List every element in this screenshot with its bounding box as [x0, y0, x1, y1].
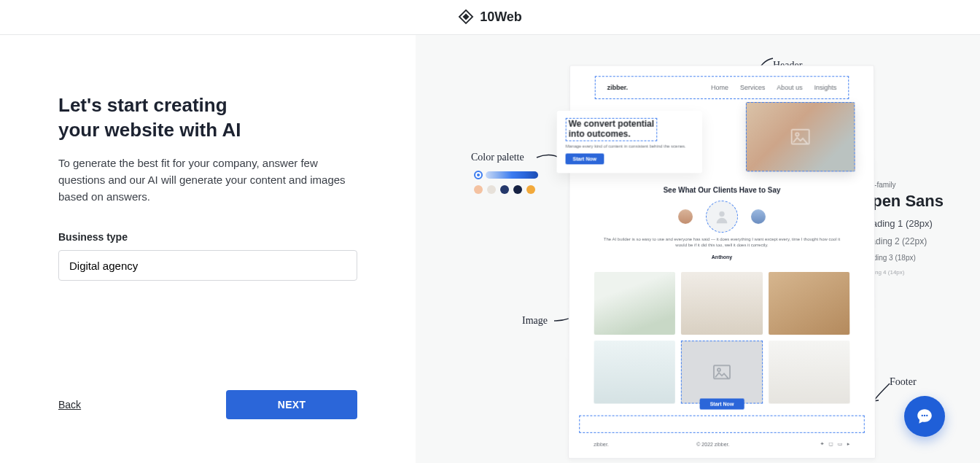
twitter-icon: ✦ — [820, 441, 825, 446]
mockup-footer-brand: zibber. — [594, 441, 609, 446]
mockup-cta2: Start Now — [700, 399, 744, 410]
svg-point-9 — [926, 415, 928, 416]
mockup-hero-sub: Manage every kind of content in consiste… — [566, 144, 694, 149]
gallery-image-placeholder — [681, 341, 763, 403]
annotation-footer: Footer — [890, 376, 917, 388]
mockup-brand: zibber. — [607, 84, 628, 91]
gallery-item — [594, 341, 675, 403]
swatch-1 — [474, 185, 483, 194]
website-mockup: zibber. Home Services About us Insights … — [568, 65, 876, 459]
instagram-icon: ◻ — [829, 441, 833, 446]
user-icon — [714, 209, 730, 225]
swatch-4 — [513, 185, 522, 194]
avatar-selected — [706, 201, 738, 233]
mockup-footer-copyright: © 2022 zibber. — [696, 441, 729, 446]
mockup-header: zibber. Home Services About us Insights — [595, 76, 849, 99]
avatar — [751, 209, 766, 224]
page-heading: Let's start creating your website with A… — [58, 93, 386, 143]
gallery-item — [681, 272, 763, 335]
mockup-testimonial-heading: See What Our Clients Have to Say — [569, 186, 874, 194]
linkedin-icon: ▭ — [838, 441, 843, 446]
mockup-testimonial-name: Anthony — [569, 254, 874, 260]
chat-icon — [915, 407, 934, 426]
swatch-3 — [500, 185, 509, 194]
mockup-testimonial-text: The AI builder is so easy to use and eve… — [599, 237, 845, 249]
back-link[interactable]: Back — [58, 399, 81, 411]
brand-logo-icon — [458, 9, 474, 26]
svg-point-4 — [719, 211, 724, 217]
svg-point-6 — [718, 368, 720, 371]
mockup-footer: zibber. © 2022 zibber. ✦ ◻ ▭ ▸ — [594, 437, 850, 451]
svg-point-7 — [922, 415, 923, 416]
mockup-gallery — [594, 272, 849, 404]
mockup-avatars — [569, 201, 874, 233]
next-button[interactable]: NEXT — [226, 390, 357, 419]
gallery-item — [769, 272, 850, 335]
youtube-icon: ▸ — [847, 441, 850, 446]
business-type-label: Business type — [58, 231, 386, 243]
palette-selected-icon — [474, 171, 483, 179]
avatar — [678, 209, 693, 224]
topbar: 10Web — [0, 0, 980, 35]
gallery-item — [769, 341, 850, 403]
gallery-item — [594, 272, 676, 335]
mockup-footer-socials: ✦ ◻ ▭ ▸ — [817, 441, 850, 447]
chat-button[interactable] — [904, 396, 945, 437]
page-description: To generate the best fit for your compan… — [58, 155, 365, 206]
mockup-nav: Home Services About us Insights — [711, 84, 836, 91]
swatch-5 — [526, 185, 535, 194]
svg-point-8 — [924, 415, 925, 416]
form-pane: Let's start creating your website with A… — [0, 35, 416, 463]
mockup-footer-outline — [579, 416, 865, 433]
preview-pane: Header Color palette Image — [416, 35, 980, 463]
image-placeholder-icon — [712, 365, 731, 379]
brand: 10Web — [458, 9, 522, 26]
color-palette — [474, 171, 538, 194]
mockup-hero-cta: Start Now — [565, 153, 604, 164]
palette-gradient — [486, 171, 538, 179]
image-placeholder-icon — [790, 129, 811, 145]
mockup-hero-card: We convert potential into outcomes. Mana… — [556, 111, 702, 173]
annotation-color-palette: Color palette — [471, 152, 524, 163]
svg-rect-1 — [463, 13, 470, 20]
brand-name: 10Web — [480, 9, 522, 25]
svg-point-3 — [796, 133, 798, 136]
annotation-image: Image — [522, 315, 548, 327]
swatch-2 — [487, 185, 496, 194]
mockup-hero-image — [746, 102, 855, 171]
business-type-input[interactable] — [58, 250, 357, 281]
